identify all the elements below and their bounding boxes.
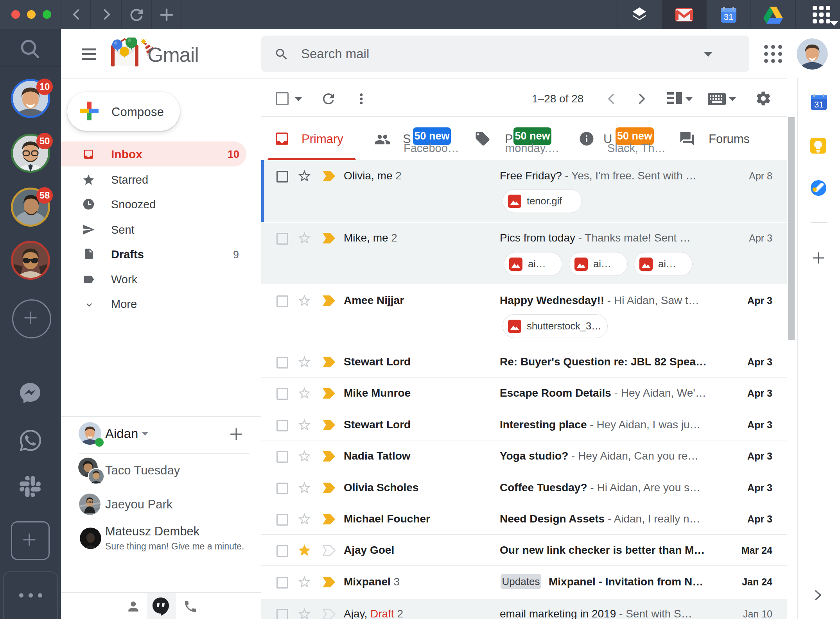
svg-text:31: 31 [724,12,733,22]
svg-text:31: 31 [814,100,824,109]
